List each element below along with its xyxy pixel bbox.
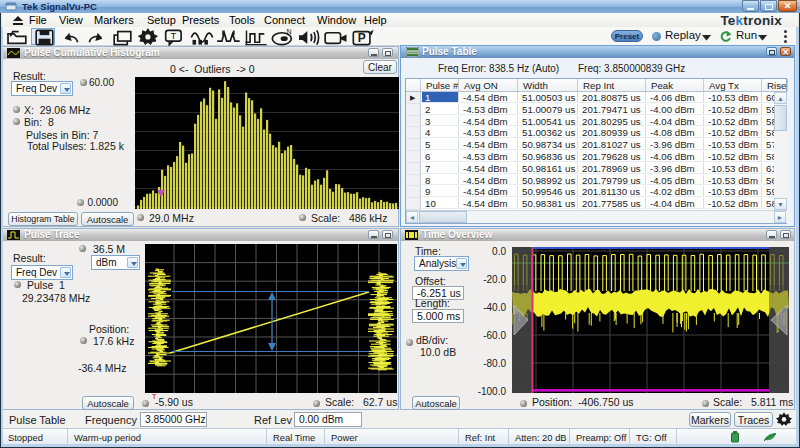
svg-text:N: N	[287, 28, 292, 36]
svg-text:T: T	[171, 30, 177, 41]
svg-text:P: P	[358, 31, 366, 45]
